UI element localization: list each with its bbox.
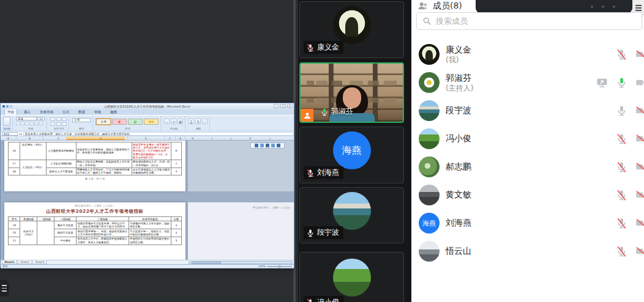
status-ready: 就绪 bbox=[2, 265, 8, 268]
zoom-slider[interactable] bbox=[268, 266, 292, 267]
floating-control-bar[interactable] bbox=[476, 0, 632, 13]
cells-buttons[interactable]: ＋✕▦ bbox=[164, 119, 183, 124]
excel-window[interactable]: 山西财经大学2022年人才工作专项考核指标 - Microsoft Excel … bbox=[0, 103, 294, 267]
camera-icon[interactable] bbox=[635, 105, 644, 117]
horizontal-scrollbar[interactable] bbox=[189, 261, 293, 264]
mic-icon[interactable] bbox=[616, 133, 627, 145]
camera-icon[interactable] bbox=[635, 190, 644, 201]
cell-style-good[interactable]: 好 bbox=[128, 119, 143, 125]
member-row[interactable]: 康义金 (我) bbox=[411, 40, 644, 68]
ribbon-tab-data[interactable]: 数据 bbox=[76, 109, 88, 115]
search-input[interactable] bbox=[436, 17, 636, 26]
mic-icon[interactable] bbox=[616, 246, 627, 257]
members-panel-title: 成员(8) bbox=[433, 1, 462, 12]
camera-icon[interactable] bbox=[635, 161, 644, 173]
column-headers[interactable]: A B C D E F G H I J K L M N O bbox=[1, 136, 294, 141]
ribbon-tab-view[interactable]: 视图 bbox=[108, 109, 119, 115]
paste-button[interactable] bbox=[3, 117, 10, 126]
zoom-level[interactable]: 100% bbox=[258, 265, 266, 268]
mic-icon bbox=[306, 298, 315, 302]
participant-avatar bbox=[333, 259, 371, 296]
mic-icon bbox=[306, 229, 315, 237]
ribbon-tab-formulas[interactable]: 公式 bbox=[60, 109, 72, 115]
font-style-buttons[interactable] bbox=[16, 122, 45, 125]
member-search-box[interactable] bbox=[416, 12, 642, 30]
member-row[interactable]: 郝志鹏 bbox=[411, 153, 644, 181]
cell-style-bad[interactable]: 差 bbox=[112, 119, 127, 125]
font-name-select[interactable]: 宋体 bbox=[16, 117, 37, 120]
ribbon-tab-home[interactable]: 开始 bbox=[4, 109, 17, 115]
table-row: 19 对外引才（20分） 海外引才渠道 持续拓宽海外引才渠道布局，深化以才引才，… bbox=[9, 221, 182, 229]
participant-name: 段宇波 bbox=[317, 227, 339, 238]
camera-icon[interactable] bbox=[635, 133, 644, 145]
member-row[interactable]: 冯小俊 bbox=[411, 125, 644, 153]
video-tile[interactable]: 海燕 刘海燕 bbox=[299, 127, 404, 183]
member-row[interactable]: 段宇波 bbox=[411, 97, 644, 125]
member-row[interactable]: 黄文敏 bbox=[411, 181, 644, 209]
members-list: 康义金 (我) bbox=[411, 40, 644, 302]
excel-titlebar[interactable]: 山西财经大学2022年人才工作专项考核指标 - Microsoft Excel … bbox=[1, 103, 294, 109]
sheet-tab-bar[interactable]: Sheet1 Sheet2 Sheet3 bbox=[1, 260, 294, 264]
video-tile[interactable]: 段宇波 bbox=[299, 187, 404, 243]
camera-icon[interactable] bbox=[635, 246, 644, 257]
member-avatar bbox=[419, 128, 440, 149]
member-role: (主持人) bbox=[446, 84, 473, 92]
mic-icon[interactable] bbox=[616, 105, 627, 117]
editing-buttons[interactable]: ∑⇅⌕ bbox=[189, 119, 208, 124]
excel-window-title: 山西财经大学2022年人才工作专项考核指标 - Microsoft Excel bbox=[1, 105, 294, 108]
formula-bar[interactable]: A16 fx 落实各类人才政策待遇，做好人才引进、培养等服务保障工作，确保引才育… bbox=[1, 131, 294, 136]
video-tile[interactable]: 郭淑芬 bbox=[299, 62, 404, 123]
member-name: 康义金 bbox=[446, 45, 471, 56]
member-row[interactable]: 悟云山 bbox=[411, 237, 644, 265]
member-avatar bbox=[419, 44, 440, 65]
mic-icon[interactable] bbox=[616, 218, 627, 229]
font-size-select[interactable]: 11 bbox=[37, 117, 45, 120]
restore-button[interactable]: ☐ bbox=[280, 104, 286, 108]
member-row[interactable]: 海燕 刘海燕 bbox=[411, 209, 644, 237]
floating-mini-toolbar[interactable] bbox=[250, 142, 285, 149]
people-icon bbox=[417, 1, 429, 12]
table-row: 17 人才队伍（20分） 人才队伍规模结构 稳定人才队伍总量规模，落实好各类人才… bbox=[9, 160, 182, 168]
indicator-table-page2: 序号 考核指标 一级指标 二级指标 三级指标 具体评价标准 分数 19 对外引才… bbox=[8, 216, 182, 245]
ribbon-tab-pagelayout[interactable]: 页面布局 bbox=[37, 109, 56, 115]
member-avatar bbox=[419, 185, 440, 205]
ribbon-tab-insert[interactable]: 插入 bbox=[21, 109, 33, 115]
video-tile[interactable]: 康义金 bbox=[299, 1, 404, 58]
worksheet-canvas[interactable]: 单位/牵头部门：人事处（人才办） 16 队伍建设（30分） 人才服务保障机制建设… bbox=[1, 141, 294, 260]
camera-icon[interactable] bbox=[635, 77, 644, 89]
camera-icon[interactable] bbox=[635, 49, 644, 61]
host-badge-icon bbox=[301, 109, 313, 122]
close-button[interactable]: ✕ bbox=[287, 104, 293, 108]
sheet-tab[interactable]: Sheet2 bbox=[18, 260, 32, 264]
table-header-row: 序号 考核指标 一级指标 二级指标 三级指标 具体评价标准 分数 bbox=[9, 217, 182, 221]
ribbon-tab-review[interactable]: 审阅 bbox=[92, 109, 103, 115]
minimize-button[interactable]: ─ bbox=[274, 104, 279, 108]
mic-icon[interactable] bbox=[616, 161, 627, 173]
formula-content[interactable]: 落实各类人才政策待遇，做好人才引进、培养等服务保障工作，确保引才育才落到实处。 bbox=[23, 132, 294, 136]
participant-name: 郭淑芬 bbox=[331, 106, 353, 117]
number-format-select[interactable]: 常规 bbox=[72, 118, 91, 122]
mic-icon[interactable] bbox=[616, 49, 627, 61]
screen-share-icon bbox=[596, 77, 608, 89]
sheet-tab[interactable]: Sheet3 bbox=[32, 260, 47, 264]
participant-name: 刘海燕 bbox=[317, 168, 339, 178]
video-tile[interactable]: 冯小俊 bbox=[299, 252, 404, 302]
mic-icon bbox=[306, 43, 315, 52]
camera-icon[interactable] bbox=[635, 218, 644, 229]
overlay-menu-button[interactable] bbox=[0, 280, 9, 296]
indicator-table-page1: 16 队伍建设（30分） 人才服务保障机制建设 落实各类人才政策待遇，做好人才服… bbox=[8, 142, 182, 175]
member-avatar bbox=[419, 100, 440, 121]
sheet-tab[interactable]: Sheet1 bbox=[2, 260, 17, 264]
name-box[interactable]: A16 bbox=[2, 132, 18, 136]
member-name: 黄文敏 bbox=[446, 190, 471, 201]
cell-style-normal[interactable]: 常规 bbox=[96, 119, 111, 125]
member-row[interactable]: 郭淑芬 (主持人) bbox=[411, 68, 644, 97]
mic-icon[interactable] bbox=[616, 190, 627, 201]
ribbon-tabs: 开始 插入 页面布局 公式 数据 审阅 视图 bbox=[1, 109, 294, 115]
table-row: 16 队伍建设（30分） 人才服务保障机制建设 落实各类人才政策待遇，做好人才服… bbox=[9, 142, 182, 160]
participant-name: 康义金 bbox=[317, 42, 339, 53]
cell-style-neutral[interactable]: 适中 bbox=[144, 119, 159, 125]
mic-icon[interactable] bbox=[616, 77, 627, 89]
search-icon bbox=[422, 17, 432, 26]
alignment-buttons[interactable] bbox=[50, 117, 67, 126]
